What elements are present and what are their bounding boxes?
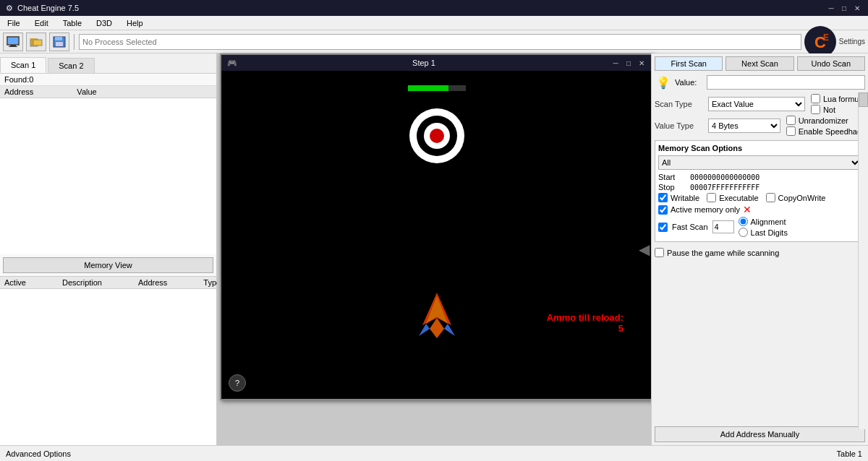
game-minimize-button[interactable]: ─ <box>610 58 621 68</box>
fast-scan-row: Fast Scan Alignment Last Digits <box>658 217 861 237</box>
fast-scan-checkbox[interactable] <box>658 223 668 232</box>
menu-help[interactable]: Help <box>122 17 148 29</box>
memory-view-button[interactable]: Memory View <box>3 257 213 273</box>
executable-row: Executable <box>707 193 758 202</box>
process-input[interactable] <box>79 34 801 50</box>
add-address-button[interactable]: Add Address Manually <box>655 426 865 442</box>
start-label: Start <box>658 173 687 181</box>
toolbar-computer-icon[interactable] <box>3 33 23 51</box>
value-type-row: Value Type 4 Bytes Unrandomizer Enable S… <box>655 116 865 136</box>
scrollbar-thumb[interactable] <box>859 92 868 107</box>
menu-file[interactable]: File <box>3 17 25 29</box>
ammo-text: Ammo till reload: 5 <box>547 312 624 334</box>
minimize-button[interactable]: ─ <box>826 3 836 13</box>
svg-marker-19 <box>419 324 430 336</box>
writable-row: Writable <box>658 193 699 202</box>
not-checkbox[interactable] <box>811 105 820 114</box>
center-panel: 🎮 Step 1 ─ □ ✕ <box>217 53 651 445</box>
game-window-icon: 🎮 <box>227 59 237 68</box>
active-memory-x[interactable]: ✕ <box>743 204 752 215</box>
memory-region-select[interactable]: All <box>658 155 861 170</box>
health-bar <box>408 85 466 91</box>
menu-edit[interactable]: Edit <box>30 17 53 29</box>
not-label: Not <box>823 105 835 114</box>
memory-scan-title: Memory Scan Options <box>658 144 861 152</box>
alignment-radio[interactable] <box>739 217 748 226</box>
toolbar-open-icon[interactable] <box>26 33 46 51</box>
start-row: Start 0000000000000000 <box>658 173 861 181</box>
title-bar: ⚙ Cheat Engine 7.5 ─ □ ✕ <box>0 0 868 16</box>
game-maximize-button[interactable]: □ <box>624 58 634 68</box>
speedhack-checkbox[interactable] <box>786 126 796 136</box>
col-description: Description <box>62 278 102 287</box>
stop-label: Stop <box>658 183 687 191</box>
copy-on-write-checkbox[interactable] <box>766 193 775 202</box>
memory-checkboxes: Writable Executable CopyOnWrite Active m… <box>658 193 861 215</box>
title-bar-controls: ─ □ ✕ <box>826 3 862 13</box>
last-digits-radio[interactable] <box>739 228 748 237</box>
active-memory-row: Active memory only ✕ <box>658 204 752 215</box>
value-label: Value: <box>675 78 704 87</box>
fast-scan-label: Fast Scan <box>672 223 708 231</box>
close-button[interactable]: ✕ <box>852 3 862 13</box>
active-memory-label: Active memory only <box>671 205 740 214</box>
value-type-select[interactable]: 4 Bytes <box>708 119 780 133</box>
first-scan-button[interactable]: First Scan <box>655 56 723 71</box>
scan-tab-2[interactable]: Scan 2 <box>48 58 94 73</box>
settings-area: C E Settings <box>804 26 865 58</box>
svg-text:E: E <box>823 33 829 43</box>
speedhack-label: Enable Speedhack <box>799 127 865 136</box>
writable-checkbox[interactable] <box>658 193 668 202</box>
result-value-header: Value <box>77 87 96 96</box>
active-memory-checkbox[interactable] <box>658 205 668 215</box>
results-list[interactable] <box>0 98 216 254</box>
col-active: Active <box>4 278 26 287</box>
pause-row: Pause the game while scanning <box>655 248 865 257</box>
scan-buttons: First Scan Next Scan Undo Scan <box>655 56 865 71</box>
next-scan-button[interactable]: Next Scan <box>726 56 793 71</box>
value-input[interactable] <box>707 75 865 90</box>
game-close-button[interactable]: ✕ <box>637 58 647 68</box>
player-ship <box>415 289 459 341</box>
col-address: Address <box>138 278 167 287</box>
alignment-options: Alignment Last Digits <box>739 217 788 237</box>
pause-game-checkbox[interactable] <box>655 248 664 257</box>
undo-scan-button[interactable]: Undo Scan <box>797 56 865 71</box>
lua-formula-checkbox[interactable] <box>811 94 820 103</box>
ce-logo: C E <box>804 26 836 58</box>
right-checkboxes2: Unrandomizer Enable Speedhack <box>786 116 865 136</box>
scan-type-row: Scan Type Exact Value Lua formula Not <box>655 94 865 114</box>
scan-tab-1[interactable]: Scan 1 <box>0 57 46 73</box>
found-count: Found:0 <box>4 75 33 84</box>
toolbar-separator <box>74 34 75 50</box>
scan-type-label: Scan Type <box>655 100 705 108</box>
game-window-title-bar: 🎮 Step 1 ─ □ ✕ <box>221 55 652 71</box>
last-digits-label: Last Digits <box>751 228 788 237</box>
menu-d3d[interactable]: D3D <box>92 17 116 29</box>
game-window-title: Step 1 <box>412 59 435 67</box>
bottom-table-headers: Active Description Address Type <box>0 276 216 289</box>
svg-marker-21 <box>430 318 444 338</box>
maximize-button[interactable]: □ <box>839 3 849 13</box>
value-type-label: Value Type <box>655 121 705 130</box>
last-digits-row: Last Digits <box>739 228 788 237</box>
unrandomizer-checkbox[interactable] <box>786 116 796 125</box>
executable-checkbox[interactable] <box>707 193 716 202</box>
copy-on-write-row: CopyOnWrite <box>766 193 826 202</box>
right-panel: First Scan Next Scan Undo Scan 💡 Value: … <box>651 53 868 445</box>
unrandomizer-label: Unrandomizer <box>799 116 848 125</box>
fast-scan-input[interactable] <box>712 220 734 233</box>
toolbar-save-icon[interactable] <box>49 33 69 51</box>
scan-type-select[interactable]: Exact Value <box>708 97 805 111</box>
found-bar: Found:0 <box>0 74 216 86</box>
toolbar: C E Settings <box>0 30 868 53</box>
right-scrollbar[interactable] <box>858 92 868 429</box>
menu-table[interactable]: Table <box>59 17 86 29</box>
result-address-header: Address <box>4 87 33 96</box>
svg-rect-8 <box>55 37 62 40</box>
help-button[interactable]: ? <box>229 374 246 392</box>
target-circle <box>408 107 466 165</box>
scan-tabs: Scan 1 Scan 2 <box>0 53 216 74</box>
result-headers: Address Value <box>0 86 216 98</box>
copy-on-write-label: CopyOnWrite <box>778 194 826 202</box>
